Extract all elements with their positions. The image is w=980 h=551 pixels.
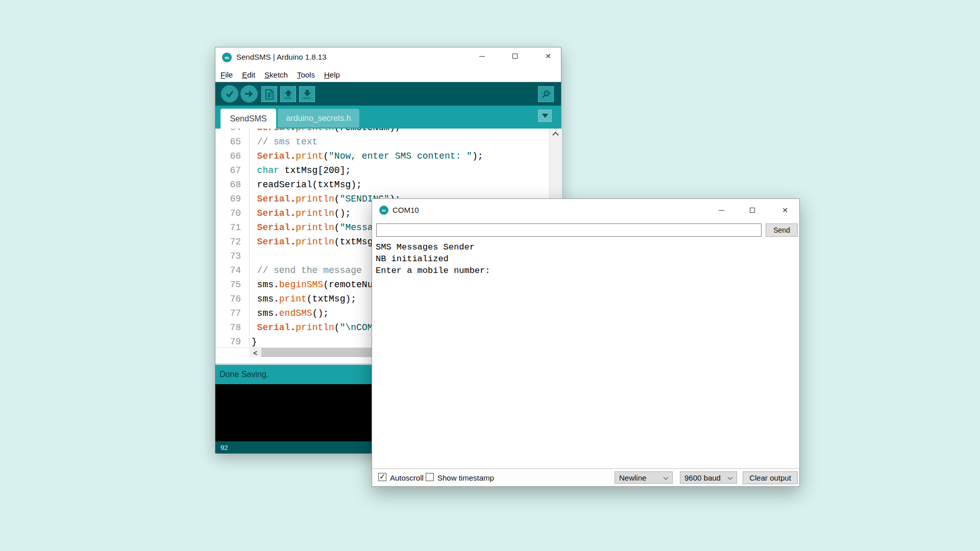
- code-line: 67 char txtMsg[200];: [215, 163, 549, 178]
- scroll-up-arrow-icon: [552, 132, 559, 138]
- cursor-line-indicator: 92: [220, 444, 228, 452]
- line-ending-value: Newline: [619, 473, 646, 482]
- serial-output-line: SMS Messages Sender: [376, 241, 796, 253]
- chevron-down-icon: [542, 114, 548, 118]
- open-button[interactable]: [280, 86, 296, 102]
- serial-output-line: NB initialized: [376, 253, 796, 265]
- baud-rate-value: 9600 baud: [684, 473, 721, 482]
- minimize-button[interactable]: [472, 48, 492, 64]
- menu-sketch[interactable]: Sketch: [264, 70, 288, 79]
- maximize-icon: [750, 208, 755, 213]
- code-line: 68 readSerial(txtMsg);: [215, 178, 549, 192]
- maximize-button[interactable]: [742, 203, 763, 218]
- send-button[interactable]: Send: [766, 223, 798, 237]
- line-ending-select[interactable]: Newline: [615, 471, 673, 484]
- ide-titlebar[interactable]: ∞ SendSMS | Arduino 1.8.13 ✕: [215, 47, 561, 67]
- serial-window-title: COM10: [393, 206, 419, 214]
- line-number: 64: [215, 129, 246, 135]
- autoscroll-checkbox[interactable]: ✓: [378, 473, 386, 481]
- up-arrow-icon: [283, 89, 293, 99]
- serial-monitor-window: ∞ COM10 ✕ Send SMS Messages SenderNB ini…: [372, 198, 800, 487]
- line-number: 71: [215, 220, 246, 235]
- line-number: 70: [215, 206, 246, 220]
- line-number: 77: [215, 306, 246, 320]
- tab-sendsms[interactable]: SendSMS: [220, 109, 276, 129]
- magnifier-icon: [541, 89, 552, 99]
- serial-bottom-bar: ✓ Autoscroll ✓ Show timestamp Newline 96…: [372, 469, 799, 486]
- line-number: 69: [215, 192, 246, 206]
- verify-button[interactable]: [221, 85, 238, 103]
- arduino-logo-icon: ∞: [379, 206, 388, 215]
- line-number: 67: [215, 163, 246, 178]
- menu-tools[interactable]: Tools: [297, 70, 315, 79]
- minimize-icon: [479, 56, 485, 57]
- menu-help[interactable]: Help: [324, 70, 340, 79]
- new-sketch-button[interactable]: [261, 86, 277, 102]
- checkmark-icon: [225, 89, 235, 99]
- show-timestamp-label: Show timestamp: [437, 473, 494, 482]
- line-number: 68: [215, 178, 246, 192]
- line-number: 65: [215, 135, 246, 149]
- close-icon: ✕: [782, 207, 788, 214]
- close-icon: ✕: [545, 53, 551, 60]
- line-number: 72: [215, 235, 246, 249]
- down-arrow-icon: [302, 89, 312, 99]
- status-message: Done Saving.: [219, 370, 268, 379]
- upload-button[interactable]: [240, 85, 258, 103]
- menu-file[interactable]: File: [220, 70, 233, 79]
- minimize-button[interactable]: [711, 203, 731, 218]
- serial-output-area[interactable]: SMS Messages SenderNB initializedEnter a…: [372, 239, 799, 469]
- clear-output-button[interactable]: Clear output: [743, 471, 798, 484]
- line-number: 74: [215, 263, 246, 278]
- code-line: 66 Serial.print("Now, enter SMS content:…: [215, 149, 549, 163]
- maximize-button[interactable]: [505, 48, 525, 64]
- serial-titlebar[interactable]: ∞ COM10 ✕: [372, 199, 799, 221]
- document-icon: [265, 89, 274, 99]
- serial-send-input[interactable]: [376, 223, 762, 237]
- menu-edit[interactable]: Edit: [242, 70, 255, 79]
- close-button[interactable]: ✕: [775, 203, 795, 218]
- close-button[interactable]: ✕: [538, 48, 558, 64]
- ide-toolbar: [215, 82, 561, 106]
- chevron-down-icon: [664, 475, 669, 480]
- arduino-logo-icon: ∞: [222, 53, 232, 62]
- minimize-icon: [719, 210, 724, 211]
- right-arrow-icon: [244, 89, 254, 99]
- baud-rate-select[interactable]: 9600 baud: [680, 471, 737, 484]
- line-number: 78: [215, 320, 246, 335]
- line-number: 73: [215, 249, 246, 263]
- line-number: 66: [215, 149, 246, 163]
- tab-arduino-secrets[interactable]: arduino_secrets.h: [278, 109, 359, 128]
- line-number: 75: [215, 278, 246, 292]
- code-line: 65 // sms text: [215, 135, 549, 149]
- line-number: 76: [215, 292, 246, 306]
- serial-output-line: Enter a mobile number:: [376, 265, 796, 277]
- check-icon: ✓: [379, 472, 386, 481]
- code-line: 64 Serial.println(remoteNum);: [215, 129, 549, 135]
- scroll-left-arrow[interactable]: <: [249, 348, 261, 358]
- serial-monitor-button[interactable]: [538, 86, 554, 102]
- ide-tabbar: SendSMS arduino_secrets.h: [215, 106, 561, 129]
- scrollbar-corner: [215, 348, 249, 358]
- tab-list-dropdown-button[interactable]: [538, 110, 552, 122]
- chevron-down-icon: [728, 475, 733, 480]
- show-timestamp-checkbox[interactable]: ✓: [426, 473, 434, 481]
- maximize-icon: [512, 54, 518, 59]
- save-button[interactable]: [299, 86, 315, 102]
- autoscroll-label: Autoscroll: [390, 473, 424, 482]
- ide-window-title: SendSMS | Arduino 1.8.13: [236, 53, 327, 61]
- line-number: 79: [215, 335, 246, 347]
- ide-menubar: File Edit Sketch Tools Help: [215, 67, 561, 82]
